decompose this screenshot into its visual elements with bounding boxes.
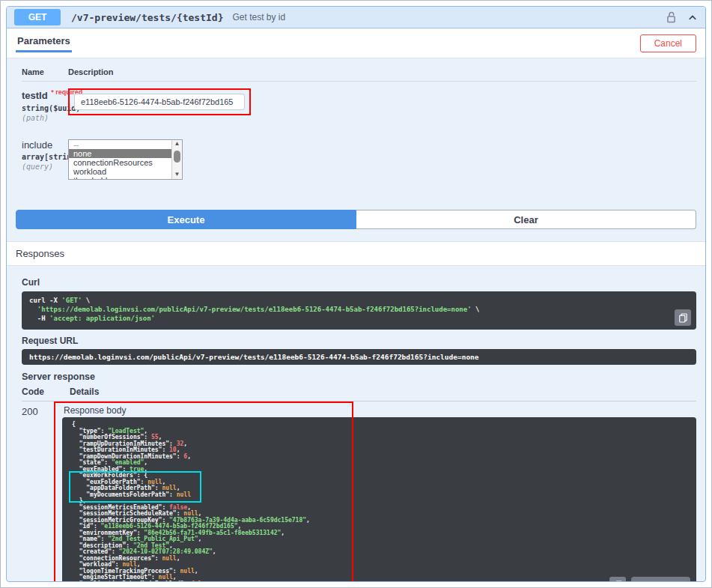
response-body-label: Response body bbox=[64, 406, 696, 415]
response-body-json: { "type": "LoadTest", "numberOfSessions"… bbox=[72, 422, 687, 582]
method-badge: GET bbox=[14, 9, 61, 25]
scroll-up-arrow-icon[interactable]: ▲ bbox=[174, 140, 180, 148]
responses-band: Responses bbox=[7, 241, 705, 266]
execute-row: Execute Clear bbox=[16, 210, 696, 229]
responses-area: Curl curl -X 'GET' \ 'https://demolab.lo… bbox=[7, 266, 705, 582]
request-url-label: Request URL bbox=[22, 336, 696, 346]
param-type: string($uuid) bbox=[22, 104, 68, 112]
clear-button[interactable]: Clear bbox=[356, 210, 696, 229]
operation-path: /v7-preview/tests/{testId} bbox=[71, 12, 224, 23]
copy-curl-button[interactable] bbox=[675, 309, 691, 326]
include-listbox[interactable]: -- none connectionResources workload thr… bbox=[68, 139, 183, 180]
include-option[interactable]: connectionResources bbox=[69, 158, 182, 167]
param-row-include: include array[string] (query) -- none co… bbox=[22, 133, 696, 180]
param-name-include: include bbox=[22, 139, 68, 151]
operation-summary-bar[interactable]: GET /v7-preview/tests/{testId} Get test … bbox=[7, 7, 705, 28]
include-option[interactable]: thresholds bbox=[69, 176, 182, 180]
scroll-down-arrow-icon[interactable]: ▼ bbox=[174, 171, 180, 178]
cancel-button[interactable]: Cancel bbox=[640, 34, 696, 52]
operation-summary: Get test by id bbox=[233, 12, 286, 22]
parameters-table: Name Description testId * required strin… bbox=[7, 58, 705, 180]
column-description: Description bbox=[68, 67, 114, 76]
param-type: array[string] bbox=[22, 153, 68, 161]
testid-input[interactable] bbox=[74, 94, 245, 110]
scrollbar-thumb[interactable] bbox=[174, 151, 180, 163]
code-details-header: Code Details bbox=[22, 387, 696, 401]
collapse-chevron-icon[interactable] bbox=[687, 13, 698, 22]
response-row: 200 Response body { "type": "LoadTest", … bbox=[22, 401, 696, 582]
curl-label: Curl bbox=[22, 277, 696, 288]
param-row-testid: testId * required string($uuid) (path) bbox=[22, 82, 696, 122]
clipboard-icon bbox=[614, 581, 622, 583]
listbox-scrollbar[interactable]: ▲ ▼ bbox=[171, 140, 182, 179]
param-location: (query) bbox=[22, 163, 68, 171]
curl-block: curl -X 'GET' \ 'https://demolab.loginvs… bbox=[22, 291, 696, 330]
column-name: Name bbox=[22, 67, 68, 76]
column-code: Code bbox=[22, 387, 62, 397]
request-url-value: https://demolab.loginvsi.com/publicApi/v… bbox=[29, 353, 479, 361]
response-body-block: { "type": "LoadTest", "numberOfSessions"… bbox=[62, 417, 696, 582]
unlocked-padlock-icon[interactable] bbox=[666, 11, 677, 24]
include-option[interactable]: -- bbox=[69, 140, 182, 149]
request-url-block: https://demolab.loginvsi.com/publicApi/v… bbox=[22, 349, 696, 365]
include-option[interactable]: workload bbox=[69, 167, 182, 176]
opblock-get: GET /v7-preview/tests/{testId} Get test … bbox=[6, 6, 706, 582]
parameters-table-header: Name Description bbox=[22, 67, 696, 82]
param-location: (path) bbox=[22, 114, 68, 122]
column-details: Details bbox=[62, 387, 99, 397]
responses-title: Responses bbox=[16, 248, 64, 259]
red-annotation-testid-input bbox=[68, 88, 251, 115]
execute-button[interactable]: Execute bbox=[16, 210, 356, 229]
tab-parameters[interactable]: Parameters bbox=[16, 34, 72, 52]
include-option-selected[interactable]: none bbox=[69, 149, 182, 158]
server-response-label: Server response bbox=[22, 372, 696, 382]
curl-command: curl -X 'GET' \ 'https://demolab.loginvs… bbox=[29, 296, 689, 323]
parameters-band: Parameters Cancel bbox=[7, 28, 705, 58]
clipboard-icon bbox=[679, 313, 687, 323]
status-code: 200 bbox=[22, 406, 62, 582]
param-name-testid: testId bbox=[22, 90, 48, 101]
copy-response-button[interactable] bbox=[609, 577, 626, 582]
download-button[interactable]: Download bbox=[631, 577, 690, 582]
swagger-operation-page: GET /v7-preview/tests/{testId} Get test … bbox=[0, 0, 712, 588]
